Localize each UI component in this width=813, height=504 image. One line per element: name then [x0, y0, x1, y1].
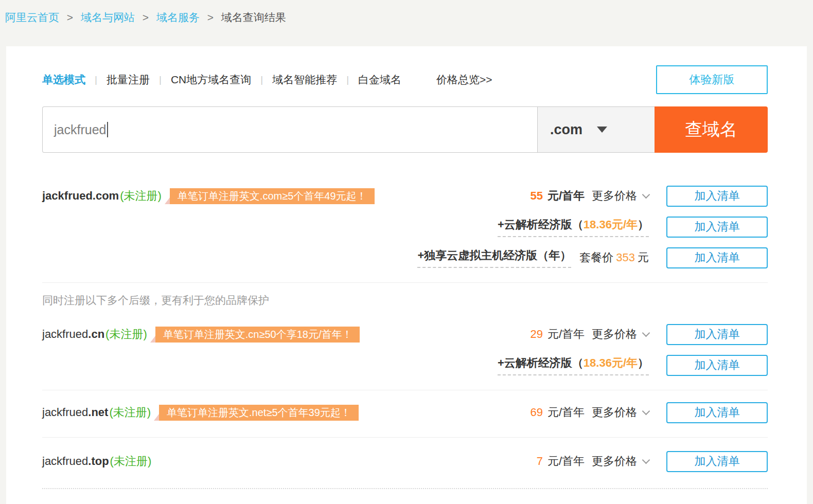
promo-badge: 单笔订单注册英文.com≥5个首年49元起！: [170, 188, 375, 204]
tabs-row: 单选模式 | 批量注册 | CN地方域名查询 | 域名智能推荐 | 白金域名 价…: [42, 65, 768, 94]
domain-name: jackfrued.cn(未注册): [42, 327, 147, 342]
tld-select-dropdown[interactable]: .com: [537, 106, 655, 153]
addon-cell: +云解析经济版（18.36元/年）: [498, 355, 649, 375]
more-prices-link[interactable]: 更多价格: [592, 454, 637, 469]
search-input[interactable]: jackfrued: [42, 106, 537, 153]
addon-label[interactable]: +独享云虚拟主机经济版（年）: [417, 248, 571, 268]
breadcrumb-separator: >: [143, 11, 149, 23]
price-cell: 69 元/首年 更多价格: [530, 405, 649, 420]
breadcrumb-separator: >: [67, 11, 73, 23]
search-input-value: jackfrued: [54, 122, 106, 137]
try-new-version-button[interactable]: 体验新版: [656, 65, 768, 94]
mode-tabs: 单选模式 | 批量注册 | CN地方域名查询 | 域名智能推荐 | 白金域名 价…: [42, 73, 492, 87]
tab-separator: |: [260, 74, 263, 85]
chevron-down-icon[interactable]: [642, 456, 650, 464]
chevron-down-icon[interactable]: [642, 329, 650, 337]
price-value: 7: [537, 455, 543, 468]
addon-name-suffix: ）: [638, 218, 649, 231]
promo-text: 单笔订单注册英文.net≥5个首年39元起！: [167, 407, 351, 418]
price-overview-link[interactable]: 价格总览>>: [436, 73, 492, 87]
more-prices-link[interactable]: 更多价格: [592, 327, 637, 342]
addon-cell: +独享云虚拟主机经济版（年） 套餐价 353 元: [417, 248, 649, 268]
price-value: 55: [530, 189, 542, 203]
breadcrumb-link-domain-website[interactable]: 域名与网站: [81, 11, 135, 23]
domain-name: jackfrued.net(未注册): [42, 405, 151, 420]
promo-text: 单笔订单注册英文.com≥5个首年49元起！: [178, 190, 367, 202]
price-unit: 元/首年: [547, 327, 585, 342]
domain-prefix: jackfrued: [42, 455, 88, 467]
addon-row-host: +独享云虚拟主机经济版（年） 套餐价 353 元 加入清单: [42, 242, 768, 273]
tab-smart-recommend[interactable]: 域名智能推荐: [272, 73, 337, 87]
addon-label[interactable]: +云解析经济版（18.36元/年）: [498, 355, 649, 375]
tab-batch-register[interactable]: 批量注册: [107, 73, 150, 87]
addon-row-dns: +云解析经济版（18.36元/年） 加入清单: [42, 211, 768, 242]
domain-prefix: jackfrued: [42, 406, 88, 419]
domain-tld: .net: [88, 406, 108, 419]
tld-selected-value: .com: [550, 122, 582, 138]
domain-search-bar: jackfrued .com 查域名: [42, 106, 768, 153]
addon-name-suffix: ）: [638, 356, 649, 369]
addon-row-dns: +云解析经济版（18.36元/年） 加入清单: [42, 350, 768, 381]
addon-price: 18.36元/年: [584, 356, 638, 369]
package-price-value: 353: [616, 251, 635, 264]
tab-separator: |: [159, 74, 162, 85]
status-badge: (未注册): [120, 189, 162, 202]
domain-name: jackfrued.top(未注册): [42, 454, 151, 469]
price-unit: 元/首年: [547, 405, 585, 420]
domain-prefix: jackfrued: [42, 189, 93, 202]
price-unit: 元/首年: [547, 454, 585, 469]
result-row-net: jackfrued.net(未注册) 单笔订单注册英文.net≥5个首年39元起…: [42, 397, 768, 428]
add-to-list-button[interactable]: 加入清单: [666, 186, 768, 207]
price-unit: 元/首年: [547, 188, 585, 204]
promo-text: 单笔订单注册英文.cn≥50个享18元/首年！: [163, 329, 352, 340]
addon-name: +云解析经济版（: [498, 218, 584, 231]
price-cell: 7 元/首年 更多价格: [537, 454, 649, 469]
section-divider: [42, 282, 768, 283]
package-price-label: 套餐价: [579, 250, 613, 265]
section-divider: [42, 437, 768, 438]
result-row-cn: jackfrued.cn(未注册) 单笔订单注册英文.cn≥50个享18元/首年…: [42, 319, 768, 350]
results-list: jackfrued.com(未注册) 单笔订单注册英文.com≥5个首年49元起…: [42, 181, 768, 489]
price-cell: 55 元/首年 更多价格: [530, 188, 649, 204]
add-to-list-button[interactable]: 加入清单: [666, 247, 768, 268]
add-to-list-button[interactable]: 加入清单: [666, 451, 768, 472]
search-result-card: 单选模式 | 批量注册 | CN地方域名查询 | 域名智能推荐 | 白金域名 价…: [6, 46, 807, 504]
addon-label[interactable]: +云解析经济版（18.36元/年）: [498, 217, 649, 237]
more-prices-link[interactable]: 更多价格: [592, 188, 637, 204]
add-to-list-button[interactable]: 加入清单: [666, 355, 768, 376]
promo-badge: 单笔订单注册英文.net≥5个首年39元起！: [159, 405, 359, 421]
tab-single-select-mode[interactable]: 单选模式: [42, 73, 85, 87]
result-row-com: jackfrued.com(未注册) 单笔订单注册英文.com≥5个首年49元起…: [42, 181, 768, 211]
chevron-down-icon[interactable]: [642, 190, 650, 199]
tab-separator: |: [346, 74, 349, 85]
domain-prefix: jackfrued: [42, 328, 88, 340]
brand-protection-hint: 同时注册以下多个后缀，更有利于您的品牌保护: [42, 293, 768, 308]
breadcrumb-separator: >: [207, 11, 214, 23]
package-price-unit: 元: [638, 250, 649, 265]
addon-cell: +云解析经济版（18.36元/年）: [498, 217, 649, 237]
text-cursor: [107, 122, 108, 137]
tab-platinum-domain[interactable]: 白金域名: [358, 73, 401, 87]
chevron-down-icon[interactable]: [642, 407, 650, 415]
add-to-list-button[interactable]: 加入清单: [666, 217, 768, 238]
domain-name: jackfrued.com(未注册): [42, 188, 162, 204]
status-badge: (未注册): [109, 406, 151, 419]
search-domain-button[interactable]: 查域名: [655, 106, 768, 153]
promo-badge: 单笔订单注册英文.cn≥50个享18元/首年！: [155, 327, 360, 343]
dotted-divider: [42, 488, 768, 489]
add-to-list-button[interactable]: 加入清单: [666, 402, 768, 423]
more-prices-link[interactable]: 更多价格: [592, 405, 637, 420]
breadcrumb-link-domain-service[interactable]: 域名服务: [156, 11, 200, 23]
domain-tld: .cn: [88, 328, 104, 340]
tab-cn-local-domain-query[interactable]: CN地方域名查询: [171, 73, 251, 87]
breadcrumb-current-page: 域名查询结果: [221, 11, 286, 23]
breadcrumb-link-aliyun-home[interactable]: 阿里云首页: [5, 11, 59, 23]
domain-tld: .com: [93, 189, 119, 202]
result-row-top: jackfrued.top(未注册) 7 元/首年 更多价格 加入清单: [42, 446, 768, 477]
price-value: 69: [530, 406, 542, 419]
add-to-list-button[interactable]: 加入清单: [666, 324, 768, 345]
price-value: 29: [530, 328, 542, 341]
addon-name: +云解析经济版（: [498, 356, 584, 369]
price-cell: 29 元/首年 更多价格: [530, 327, 649, 342]
domain-tld: .top: [88, 455, 109, 467]
